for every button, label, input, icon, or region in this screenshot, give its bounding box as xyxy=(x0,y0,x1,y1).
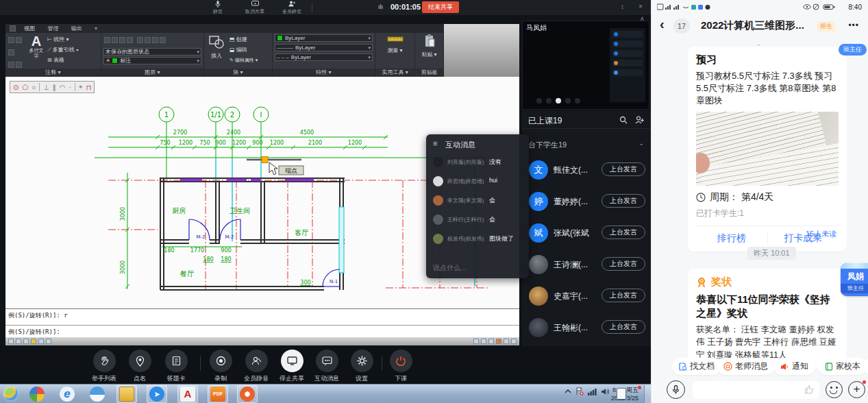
taskbar-app-swirl[interactable] xyxy=(29,387,45,402)
award-card[interactable]: 奖状 恭喜以下11位同学荣获《坚持之星》奖状 获奖名单： 汪钰 李文璐 董婷婷 … xyxy=(688,269,847,369)
insert-block-button[interactable]: 插入 xyxy=(206,34,227,65)
grip-point[interactable] xyxy=(262,157,268,163)
system-tray[interactable] xyxy=(565,387,610,395)
teacher-messages-chip[interactable]: 老师消息 xyxy=(717,358,775,375)
voice-button[interactable] xyxy=(667,380,685,399)
snap-circle-icon[interactable]: ○ xyxy=(32,84,36,91)
tray-expand-icon[interactable] xyxy=(565,389,571,394)
annotation-panel-label[interactable]: 注释 ▾ xyxy=(5,69,101,77)
cad-tab-manage[interactable]: 管理 xyxy=(47,25,58,32)
create-block-button[interactable]: ⬒ 创建 xyxy=(230,34,270,45)
cad-tab-output[interactable]: 输出 xyxy=(71,25,82,32)
notification-panel-icon[interactable] xyxy=(617,388,626,400)
mute-button[interactable]: 静音 xyxy=(203,1,233,14)
message-input[interactable] xyxy=(693,381,819,399)
snap-perpendicular-icon[interactable]: ⊥ xyxy=(43,84,49,91)
object-snap-toolbar[interactable]: ⊙ ⬠ ○ ⊥ ∥ ◠ · ⌖ ⊓ xyxy=(10,81,95,93)
unread-count-badge[interactable]: 17 xyxy=(673,19,690,34)
meeting-app-icon[interactable]: ➤ xyxy=(149,387,164,402)
autocad-icon[interactable]: A xyxy=(180,387,195,402)
linear-dim-button[interactable]: ⊢ 线性 ▾ xyxy=(47,34,99,45)
home-school-book-chip[interactable]: 家校本 xyxy=(818,358,867,375)
cad-pin-icon[interactable]: ▾ xyxy=(95,25,97,32)
invite-speak-button[interactable]: 上台发言 xyxy=(602,320,645,334)
cad-command-line[interactable]: 例(S)/旋转(R)]: r 例(S)/旋转(R)]: xyxy=(5,308,519,337)
resize-icon[interactable]: ↕ xyxy=(621,3,624,10)
snap-center-icon[interactable]: ⊙ xyxy=(13,84,18,91)
mute-all-toolbar-button[interactable]: 全员静音 xyxy=(237,350,275,383)
snap-node-icon[interactable]: · xyxy=(69,84,71,91)
edit-attr-button[interactable]: ✎ 编辑属性 ▾ xyxy=(230,55,270,65)
clipboard-panel-label[interactable]: 剪贴板 xyxy=(415,69,444,77)
snap-insert-icon[interactable]: ⌖ xyxy=(79,83,83,91)
invite-speak-button[interactable]: 上台发言 xyxy=(602,225,645,239)
utilities-panel-label[interactable]: 实用工具 ▾ xyxy=(375,69,416,77)
add-person-icon[interactable] xyxy=(635,116,644,124)
record-button[interactable]: 录制 xyxy=(201,350,240,383)
roll-call-button[interactable]: 点名 xyxy=(121,350,159,383)
measure-button[interactable]: 测量 ▾ xyxy=(377,34,412,54)
internet-explorer-icon[interactable]: e xyxy=(60,387,75,402)
snap-quadrant-icon[interactable]: ⬠ xyxy=(22,84,28,91)
color-dropdown[interactable]: ByLayer▾ xyxy=(275,34,373,42)
multileader-button[interactable]: ⟋ 多重引线 ▾ xyxy=(47,45,99,55)
pdf-app-icon[interactable]: PDF xyxy=(210,387,225,402)
layer-state-dropdown[interactable]: 未保存的图层状态▾ xyxy=(103,48,201,56)
teacher-avatar-bubble[interactable]: 凤娟 班主任 xyxy=(841,263,868,296)
answer-sheet-button[interactable]: 答题卡 xyxy=(157,350,195,383)
end-share-button[interactable]: 结束共享 xyxy=(422,1,459,13)
properties-panel-label[interactable]: 特性 ▾ xyxy=(273,69,375,77)
network-signal-icon[interactable] xyxy=(588,388,597,395)
command-input-line[interactable]: 例(S)/旋转(R)]: xyxy=(5,326,519,337)
close-icon[interactable]: × xyxy=(638,3,643,10)
snap-parallel-icon[interactable]: ∥ xyxy=(53,84,56,91)
layer-dropdown[interactable]: ☀ 标注▾ xyxy=(103,57,201,64)
speaker-icon[interactable] xyxy=(601,388,610,395)
stop-share-button[interactable]: 停止共享 xyxy=(273,350,311,383)
emoji-button[interactable] xyxy=(826,381,843,398)
homework-photo[interactable] xyxy=(696,112,839,186)
browser-cloud-icon[interactable] xyxy=(90,387,105,402)
back-chevron-icon[interactable]: ‹ xyxy=(660,16,665,32)
menu-icon[interactable]: ≡ xyxy=(433,139,437,147)
invite-speak-button[interactable]: 上台发言 xyxy=(602,162,645,176)
add-attachment-button[interactable]: + xyxy=(848,381,865,398)
raise-hand-list-button[interactable]: 举手列表 xyxy=(85,350,123,383)
preview-task-card[interactable]: 预习 预习教材5.5尺寸标注 7.3多线 预习5.5尺寸标注 7.3多线 第8章… xyxy=(688,47,847,252)
find-docs-chip[interactable]: 找文档 xyxy=(672,358,721,375)
chat-input[interactable]: 说点什么... xyxy=(433,263,466,273)
lineweight-dropdown[interactable]: ———ByLayer▾ xyxy=(275,44,373,51)
cad-tab-view[interactable]: 视图 xyxy=(24,25,35,32)
block-panel-label[interactable]: 块 ▾ xyxy=(204,69,273,77)
invite-speak-button[interactable]: 上台发言 xyxy=(602,194,645,208)
paste-button[interactable]: 粘贴 ▾ xyxy=(417,34,441,58)
snap-arc-icon[interactable]: ◠ xyxy=(60,84,66,91)
layer-tool-icons[interactable] xyxy=(103,34,201,47)
settings-button[interactable]: 设置 xyxy=(343,350,381,383)
edit-block-button[interactable]: ⬓ 编辑 xyxy=(230,45,270,55)
file-explorer-icon[interactable] xyxy=(119,387,134,402)
teacher-video-tile[interactable]: 马凤娟 xyxy=(522,21,649,110)
end-class-button[interactable]: 下课 xyxy=(382,350,420,383)
thumbs-up-icon[interactable] xyxy=(804,384,814,394)
snap-clear-icon[interactable]: ⊓ xyxy=(86,84,92,91)
ranking-link[interactable]: 排行榜 xyxy=(696,232,767,245)
show-desktop-button[interactable] xyxy=(644,385,651,403)
invite-speak-button[interactable]: 上台发言 xyxy=(602,289,645,302)
offstage-section-label[interactable]: 台下学生19 xyxy=(528,140,567,150)
unread-readers-link[interactable]: 15人未读 xyxy=(806,229,836,239)
invite-speak-button[interactable]: 上台发言 xyxy=(602,257,645,271)
start-button[interactable] xyxy=(3,387,18,402)
orange-app-icon[interactable] xyxy=(240,387,255,402)
mute-all-button[interactable]: 全员静音 xyxy=(277,1,307,14)
linetype-dropdown[interactable]: – – –ByLayer▾ xyxy=(275,53,373,61)
section-chevron-icon[interactable]: ⌄ xyxy=(638,140,644,147)
cancel-share-button[interactable]: 取消共享 xyxy=(240,1,270,14)
interactive-messages-button[interactable]: 互动消息 xyxy=(308,350,346,383)
more-menu-icon[interactable]: ••• xyxy=(848,21,859,30)
cad-status-bar[interactable] xyxy=(5,337,519,345)
action-center-flag-icon[interactable] xyxy=(575,387,584,395)
table-button[interactable]: ⊞ 表格 xyxy=(47,55,99,65)
layers-panel-label[interactable]: 图层 ▾ xyxy=(101,69,204,77)
notifications-chip[interactable]: 通知 xyxy=(773,358,815,375)
